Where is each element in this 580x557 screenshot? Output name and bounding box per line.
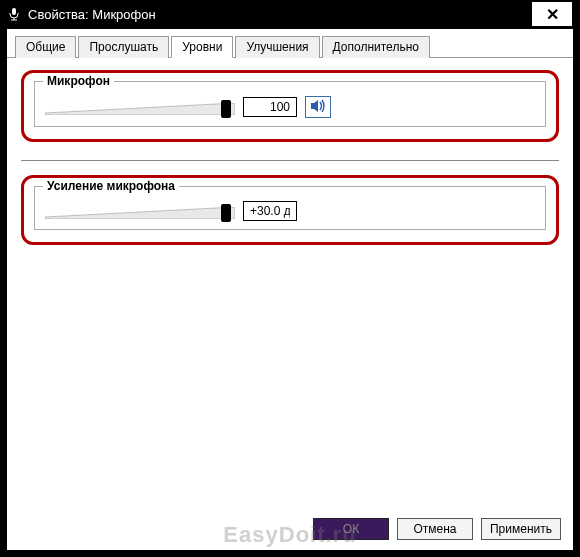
- mic-slider[interactable]: [45, 97, 235, 117]
- svg-marker-5: [45, 207, 235, 219]
- titlebar: Свойства: Микрофон ✕: [0, 0, 580, 28]
- svg-rect-0: [12, 8, 16, 15]
- tab-enhancements[interactable]: Улучшения: [235, 36, 319, 58]
- slider-wedge-icon: [45, 103, 235, 115]
- properties-window: Свойства: Микрофон ✕ Общие Прослушать Ур…: [0, 0, 580, 557]
- group-label-microphone: Микрофон: [43, 74, 114, 88]
- dialog-buttons: ОК Отмена Применить: [313, 518, 561, 540]
- divider: [21, 160, 559, 161]
- close-icon: ✕: [546, 5, 559, 24]
- highlight-microphone: Микрофон: [21, 70, 559, 142]
- tab-content: Микрофон: [7, 58, 573, 509]
- group-label-gain: Усиление микрофона: [43, 179, 179, 193]
- gain-slider-thumb[interactable]: [221, 204, 231, 222]
- speaker-icon: [310, 99, 326, 116]
- tab-advanced[interactable]: Дополнительно: [322, 36, 430, 58]
- mic-slider-thumb[interactable]: [221, 100, 231, 118]
- client-area: Общие Прослушать Уровни Улучшения Дополн…: [6, 28, 574, 551]
- apply-button[interactable]: Применить: [481, 518, 561, 540]
- tab-levels[interactable]: Уровни: [171, 36, 233, 58]
- microphone-icon: [8, 7, 22, 21]
- group-microphone: Микрофон: [34, 81, 546, 127]
- gain-slider-row: [45, 201, 535, 221]
- highlight-gain: Усиление микрофона: [21, 175, 559, 245]
- tab-strip: Общие Прослушать Уровни Улучшения Дополн…: [7, 29, 573, 58]
- cancel-button[interactable]: Отмена: [397, 518, 473, 540]
- slider-wedge-icon: [45, 207, 235, 219]
- mic-slider-row: [45, 96, 535, 118]
- mute-button[interactable]: [305, 96, 331, 118]
- close-button[interactable]: ✕: [532, 2, 572, 26]
- gain-value-input[interactable]: [243, 201, 297, 221]
- ok-button[interactable]: ОК: [313, 518, 389, 540]
- group-gain: Усиление микрофона: [34, 186, 546, 230]
- gain-slider[interactable]: [45, 201, 235, 221]
- mic-value-input[interactable]: [243, 97, 297, 117]
- svg-marker-4: [311, 100, 318, 112]
- svg-marker-3: [45, 103, 235, 115]
- tab-general[interactable]: Общие: [15, 36, 76, 58]
- window-title: Свойства: Микрофон: [28, 7, 532, 22]
- tab-listen[interactable]: Прослушать: [78, 36, 169, 58]
